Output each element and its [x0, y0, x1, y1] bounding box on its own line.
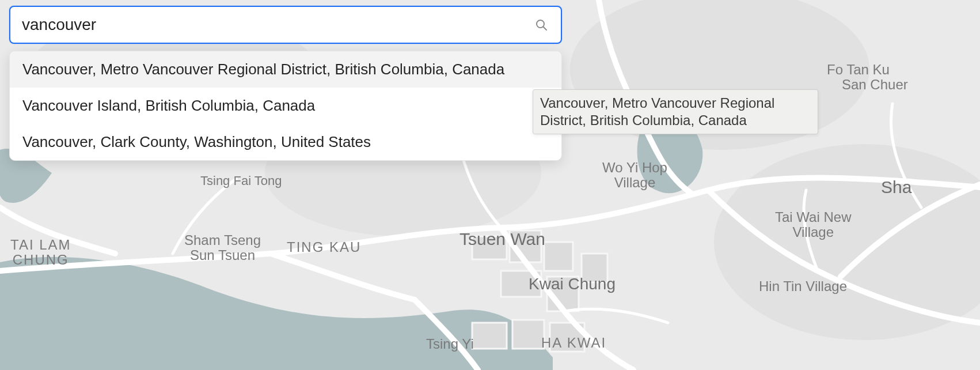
suggestions-list: Vancouver, Metro Vancouver Regional Dist…	[9, 51, 562, 161]
search-icon[interactable]	[532, 16, 550, 34]
search-input[interactable]	[21, 15, 532, 35]
search-container: Vancouver, Metro Vancouver Regional Dist…	[9, 6, 562, 161]
svg-rect-11	[472, 323, 507, 349]
suggestion-item[interactable]: Vancouver, Metro Vancouver Regional Dist…	[10, 51, 561, 88]
svg-rect-7	[544, 242, 573, 271]
suggestion-item[interactable]: Vancouver, Clark County, Washington, Uni…	[10, 124, 561, 160]
search-box[interactable]	[9, 6, 562, 44]
svg-line-15	[544, 27, 547, 31]
svg-rect-5	[472, 236, 507, 259]
svg-rect-10	[582, 254, 607, 282]
svg-rect-12	[512, 320, 544, 349]
suggestion-item[interactable]: Vancouver Island, British Columbia, Cana…	[10, 88, 561, 124]
tooltip: Vancouver, Metro Vancouver Regional Dist…	[533, 89, 818, 134]
